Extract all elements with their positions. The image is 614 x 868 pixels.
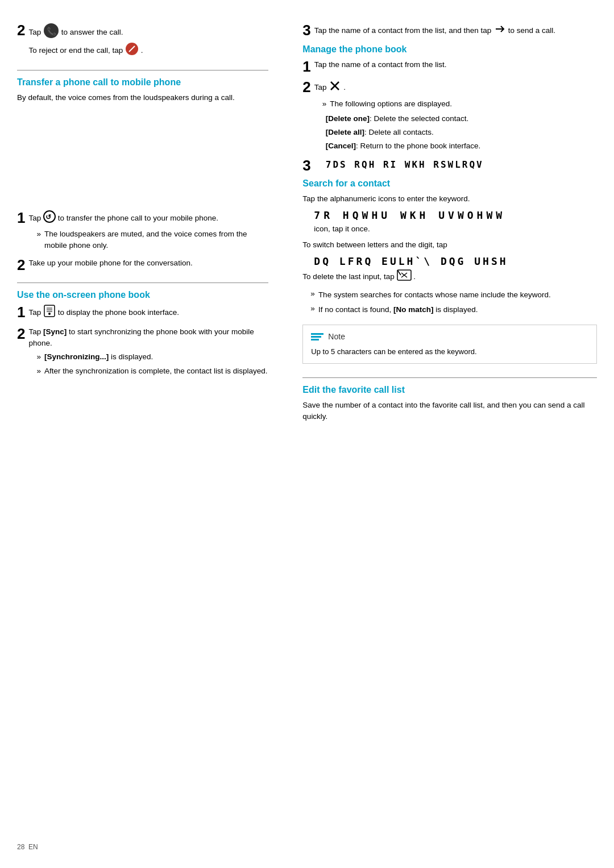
favorite-heading: Edit the favorite call list [302, 385, 597, 395]
transfer-step2-num: 2 [17, 258, 25, 272]
step2-answer-block: 2 Tap 📞 to answer the call. To reject or… [17, 23, 268, 60]
search-backspace-text: To delete the last input, tap . [302, 269, 597, 284]
right-step3-text2: to send a call. [508, 26, 555, 35]
manage-opt2-text: : Delete all contacts. [364, 128, 434, 136]
transfer-step1: 1 Tap ↺ to transfer the phone call to yo… [17, 210, 268, 252]
manage-options: [Delete one]: Delete the selected contac… [326, 113, 597, 152]
right-step3-text: Tap the name of a contact from the list,… [314, 26, 491, 35]
phonebook-synchronizing-text: is displayed. [111, 352, 153, 361]
step-number-2: 2 [17, 23, 25, 38]
manage-opt3: [Cancel]: Return to the phone book inter… [326, 140, 597, 152]
send-call-icon [493, 23, 506, 39]
manage-step3: 3 7DS RQH RI WKH RSWLRQV [302, 158, 597, 173]
phonebook-step1-text: to display the phone book interface. [58, 308, 179, 316]
note-line-3 [311, 339, 319, 340]
phonebook-sub2-text: After the synchronization is complete, t… [44, 366, 267, 377]
backspace-icon [397, 269, 412, 284]
right-step3-block: 3 Tap the name of a contact from the lis… [302, 23, 597, 39]
note-icon [311, 333, 323, 340]
search-body: Tap the alphanumeric icons to enter the … [302, 193, 597, 205]
phonebook-step1: 1 Tap to di [17, 305, 268, 321]
favorite-body: Save the number of a contact into the fa… [302, 400, 597, 423]
svg-line-16 [397, 270, 401, 275]
note-label: Note [328, 331, 345, 343]
note-line-1 [311, 333, 323, 335]
transfer-heading: Transfer a phone call to mobile phone [17, 77, 268, 88]
manage-step2-sub-text: The following options are displayed. [330, 98, 452, 110]
phonebook-step2-sub1: » [Synchronizing...] is displayed. [36, 351, 268, 363]
transfer-step1-sub1-text: The loudspeakers are muted, and the voic… [44, 229, 268, 252]
phonebook-step1-tap: Tap [28, 308, 41, 316]
manage-step2: 2 Tap . » The following options are disp… [302, 80, 597, 152]
phonebook-icon [43, 305, 56, 321]
search-heading: Search for a contact [302, 178, 597, 189]
phonebook-step2-sub2: » After the synchronization is complete,… [36, 366, 268, 377]
svg-text:📞: 📞 [47, 27, 57, 36]
note-box: Note Up to 5 characters can be entered a… [302, 325, 597, 364]
manage-step2-num: 2 [302, 80, 310, 94]
manage-opt1-bold: [Delete one] [326, 114, 370, 123]
search-sub2-suffix: is displayed. [435, 305, 478, 314]
manage-opt2: [Delete all]: Delete all contacts. [326, 127, 597, 138]
manage-heading: Manage the phone book [302, 44, 597, 55]
manage-step2-sub: » The following options are displayed. [322, 98, 597, 110]
search-sub2-prefix: If no contact is found, [318, 305, 391, 314]
manage-opt3-bold: [Cancel] [326, 142, 356, 150]
divider-right [302, 377, 597, 378]
divider-2 [17, 283, 268, 283]
manage-opt1: [Delete one]: Delete the selected contac… [326, 113, 597, 124]
transfer-step2-text: Take up your mobile phone for the conver… [28, 259, 192, 267]
phonebook-synchronizing-label: [Synchronizing...] [44, 352, 109, 361]
step2-reject-end: . [141, 46, 143, 55]
step2-answer-text: to answer the call. [61, 28, 123, 36]
manage-step2-period: . [343, 83, 346, 92]
transfer-step1-tap: Tap [28, 213, 41, 222]
phonebook-step2: 2 Tap [Sync] to start synchronizing the … [17, 326, 268, 377]
phonebook-heading: Use the on-screen phone book [17, 290, 268, 300]
phone-answer-icon: 📞 [43, 23, 59, 42]
phonebook-step1-num: 1 [17, 305, 25, 319]
transfer-section: Transfer a phone call to mobile phone By… [17, 77, 268, 272]
step2-tap-label: Tap [28, 28, 41, 36]
manage-step3-distorted: 7DS RQH RI WKH RSWLRQV [326, 159, 484, 170]
manage-step3-num: 3 [302, 158, 310, 173]
phonebook-section: Use the on-screen phone book 1 Tap [17, 290, 268, 377]
transfer-step1-num: 1 [17, 210, 25, 225]
search-distorted2: DQ LFRQ EULH`\ DQG UHSH [314, 255, 597, 267]
phonebook-step2-sync: [Sync] [43, 327, 67, 336]
svg-text:↺: ↺ [45, 213, 51, 221]
manage-step1-text: Tap the name of a contact from the list. [314, 60, 447, 69]
manage-opt2-bold: [Delete all] [326, 128, 364, 136]
transfer-step1-text: to transfer the phone call to your mobil… [58, 213, 218, 222]
right-step3-num: 3 [302, 23, 310, 38]
note-text: Up to 5 characters can be entered as the… [311, 346, 588, 358]
phonebook-step2-num: 2 [17, 326, 25, 341]
step2-reject-text: To reject or end the call, tap [28, 46, 123, 55]
transfer-icon: ↺ [43, 210, 56, 226]
search-sub1: » The system searches for contacts whose… [310, 289, 597, 301]
phonebook-step2-tap: Tap [28, 327, 41, 336]
note-header: Note [311, 331, 588, 343]
phone-reject-icon [125, 42, 139, 59]
transfer-body: By default, the voice comes from the lou… [17, 92, 268, 103]
transfer-step1-sub1: » The loudspeakers are muted, and the vo… [36, 229, 268, 252]
search-distorted1: 7R HQWHU WKH UVWOHWW [314, 209, 597, 221]
x-icon [329, 80, 341, 95]
search-distorted2-prefix: To switch between letters and the digit,… [302, 239, 597, 251]
search-sub2: » If no contact is found, [No match] is … [310, 304, 597, 315]
note-line-2 [311, 336, 321, 338]
manage-opt3-text: : Return to the phone book interface. [356, 142, 480, 150]
svg-point-10 [48, 313, 51, 315]
search-distorted1-cont: icon, tap it once. [314, 223, 597, 235]
manage-step2-tap: Tap [314, 83, 327, 92]
transfer-step2: 2 Take up your mobile phone for the conv… [17, 258, 268, 272]
search-sub1-text: The system searches for contacts whose n… [318, 289, 551, 301]
page-number: 28 EN [17, 843, 38, 851]
divider-1 [17, 70, 268, 70]
manage-step1: 1 Tap the name of a contact from the lis… [302, 59, 597, 74]
search-no-match: [No match] [393, 305, 434, 314]
manage-opt1-text: : Delete the selected contact. [370, 114, 468, 123]
manage-step1-num: 1 [302, 59, 310, 74]
